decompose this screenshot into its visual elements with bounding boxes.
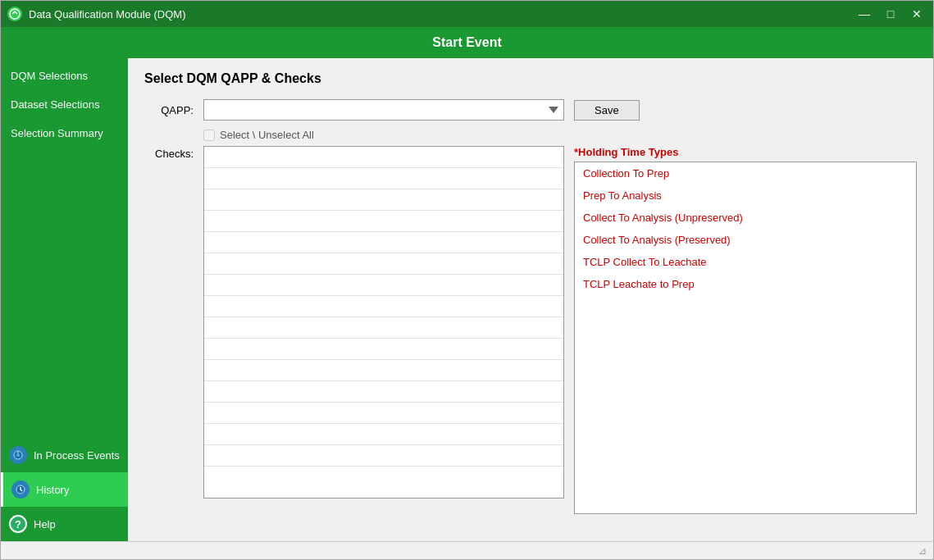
check-row	[204, 296, 563, 317]
close-button[interactable]: ✕	[907, 4, 927, 24]
svg-point-2	[16, 453, 20, 457]
holding-time-item-collection-to-prep[interactable]: Collection To Prep	[575, 162, 916, 184]
sidebar-item-dqm-selections[interactable]: DQM Selections	[1, 61, 128, 90]
main-window: Data Qualification Module (DQM) — □ ✕ St…	[0, 0, 934, 560]
qapp-row: QAPP: Save	[144, 99, 917, 121]
content-area: Select DQM QAPP & Checks QAPP: Save Sele…	[128, 58, 933, 541]
sidebar-item-dataset-selections[interactable]: Dataset Selections	[1, 90, 128, 119]
app-icon	[7, 7, 22, 21]
check-row	[204, 445, 563, 467]
sidebar-item-help[interactable]: ? Help	[1, 507, 128, 541]
check-row	[204, 360, 563, 381]
section-title: Select DQM QAPP & Checks	[144, 71, 917, 86]
check-row	[204, 232, 563, 253]
window-title: Data Qualification Module (DQM)	[29, 8, 185, 20]
sidebar-nav: DQM Selections Dataset Selections Select…	[1, 58, 128, 438]
select-unselect-label: Select \ Unselect All	[220, 129, 314, 141]
check-row	[204, 211, 563, 232]
history-icon	[11, 480, 30, 499]
title-bar-left: Data Qualification Module (DQM)	[7, 7, 185, 21]
check-row	[204, 403, 563, 424]
holding-time-panel: *Holding Time Types Collection To Prep P…	[574, 146, 917, 514]
main-content: DQM Selections Dataset Selections Select…	[1, 58, 933, 541]
help-icon: ?	[9, 515, 27, 533]
resize-icon: ⊿	[918, 545, 927, 557]
save-button[interactable]: Save	[574, 100, 640, 121]
title-bar-controls: — □ ✕	[854, 4, 927, 24]
check-row	[204, 168, 563, 189]
two-panel-row: Checks:	[144, 146, 917, 514]
process-events-icon	[9, 446, 27, 464]
holding-time-item-collect-unpreserved[interactable]: Collect To Analysis (Unpreserved)	[575, 207, 916, 229]
check-row	[204, 317, 563, 339]
title-bar: Data Qualification Module (DQM) — □ ✕	[1, 1, 933, 27]
select-unselect-checkbox[interactable]	[203, 130, 215, 141]
sidebar-bottom: In Process Events History ? Help	[1, 438, 128, 541]
sidebar-item-history[interactable]: History	[1, 472, 128, 507]
sidebar-item-in-process-events[interactable]: In Process Events	[1, 438, 128, 472]
app-header: Start Event	[1, 27, 933, 58]
maximize-button[interactable]: □	[881, 4, 900, 24]
holding-time-item-tclp-leachate[interactable]: TCLP Leachate to Prep	[575, 273, 916, 295]
check-row	[204, 189, 563, 211]
check-row	[204, 147, 563, 168]
holding-time-item-prep-to-analysis[interactable]: Prep To Analysis	[575, 184, 916, 207]
checks-grid[interactable]	[203, 146, 564, 499]
sidebar: DQM Selections Dataset Selections Select…	[1, 58, 128, 541]
minimize-button[interactable]: —	[854, 4, 874, 24]
check-row	[204, 467, 563, 488]
status-bar: ⊿	[1, 541, 933, 559]
checks-container: Checks:	[144, 146, 564, 499]
holding-time-item-collect-preserved[interactable]: Collect To Analysis (Preserved)	[575, 229, 916, 251]
holding-time-title: *Holding Time Types	[574, 146, 917, 158]
sidebar-item-selection-summary[interactable]: Selection Summary	[1, 119, 128, 148]
check-row	[204, 253, 563, 275]
qapp-select[interactable]	[203, 99, 564, 121]
checks-label: Checks:	[144, 148, 194, 160]
check-row	[204, 424, 563, 445]
qapp-label: QAPP:	[144, 104, 194, 116]
holding-time-item-tclp-collect[interactable]: TCLP Collect To Leachate	[575, 251, 916, 273]
select-unselect-row: Select \ Unselect All	[203, 129, 917, 141]
svg-point-0	[10, 9, 20, 19]
check-row	[204, 381, 563, 403]
check-row	[204, 339, 563, 360]
check-row	[204, 275, 563, 296]
holding-time-list[interactable]: Collection To Prep Prep To Analysis Coll…	[574, 162, 917, 514]
